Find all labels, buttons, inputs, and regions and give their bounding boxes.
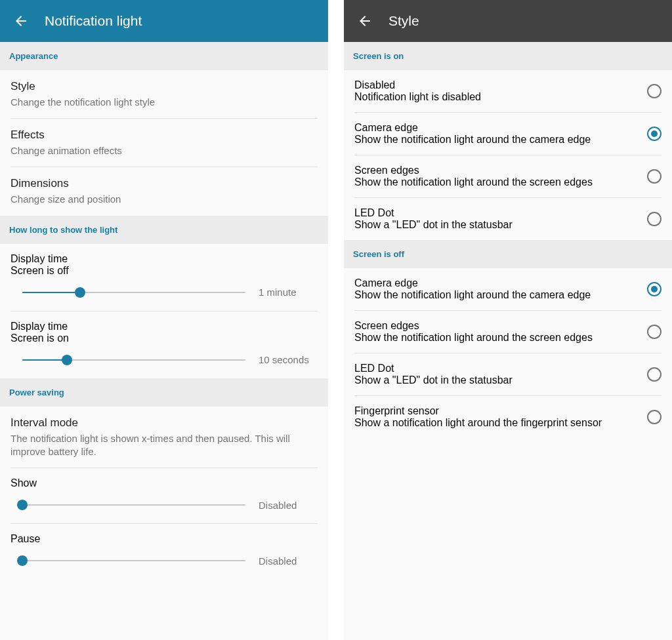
radio-group-screen-on: DisabledNotification light is disabledCa… [344, 70, 672, 240]
radio-indicator[interactable] [647, 169, 662, 184]
item-title: Display time [10, 321, 318, 332]
back-button[interactable] [352, 8, 378, 34]
item-title: Display time [10, 253, 318, 265]
slider-display-on[interactable] [22, 353, 245, 367]
radio-indicator[interactable] [647, 282, 662, 296]
radio-subtitle: Show the notification light around the c… [354, 289, 639, 301]
slider-value-label: Disabled [259, 555, 318, 567]
item-title: Pause [10, 533, 318, 545]
radio-option[interactable]: Screen edgesShow the notification light … [344, 311, 672, 353]
radio-title: Fingerprint sensor [354, 405, 639, 417]
pane-gap [328, 0, 344, 640]
item-subtitle: Screen is on [10, 332, 318, 344]
radio-option[interactable]: Camera edgeShow the notification light a… [344, 113, 672, 155]
list-appearance: Style Change the notification light styl… [0, 70, 328, 216]
item-pause[interactable]: Pause Disabled [0, 524, 328, 579]
radio-title: Disabled [354, 79, 639, 91]
radio-title: Camera edge [354, 122, 639, 134]
item-title: Effects [10, 128, 318, 143]
item-subtitle: Change animation effects [10, 144, 318, 157]
radio-indicator[interactable] [647, 325, 662, 339]
item-style[interactable]: Style Change the notification light styl… [0, 70, 328, 118]
radio-subtitle: Notification light is disabled [354, 91, 639, 103]
radio-subtitle: Show a "LED" dot in the statusbar [354, 219, 639, 231]
item-subtitle: The notification light is shown x-times … [10, 432, 318, 459]
item-dimensions[interactable]: Dimensions Change size and position [0, 167, 328, 215]
pane-style: Style Screen is on DisabledNotification … [344, 0, 672, 640]
item-title: Dimensions [10, 176, 318, 191]
slider-display-off[interactable] [22, 286, 245, 299]
item-effects[interactable]: Effects Change animation effects [0, 119, 328, 167]
slider-show[interactable] [22, 498, 245, 511]
section-header-power: Power saving [0, 378, 328, 407]
radio-option[interactable]: Screen edgesShow the notification light … [344, 155, 672, 197]
item-display-time-on[interactable]: Display time Screen is on 10 seconds [0, 311, 328, 378]
section-header-screen-off: Screen is off [344, 240, 672, 268]
item-title: Style [10, 79, 318, 94]
radio-option[interactable]: LED DotShow a "LED" dot in the statusbar [344, 198, 672, 240]
radio-title: Screen edges [354, 165, 639, 176]
item-interval-mode[interactable]: Interval mode The notification light is … [0, 407, 328, 468]
item-title: Interval mode [10, 416, 318, 431]
section-header-screen-on: Screen is on [344, 42, 672, 70]
item-subtitle: Screen is off [10, 265, 318, 277]
radio-group-screen-off: Camera edgeShow the notification light a… [344, 268, 672, 438]
radio-title: Camera edge [354, 277, 639, 289]
radio-option[interactable]: Fingerprint sensorShow a notification li… [344, 396, 672, 438]
radio-subtitle: Show a notification light around the fin… [354, 417, 639, 429]
slider-pause[interactable] [22, 554, 245, 567]
slider-value-label: 1 minute [259, 287, 318, 298]
section-header-duration: How long to show the light [0, 216, 328, 244]
appbar-title: Notification light [45, 13, 142, 29]
radio-indicator[interactable] [647, 84, 662, 98]
appbar-notification-light: Notification light [0, 0, 328, 42]
back-button[interactable] [8, 8, 34, 34]
list-power: Interval mode The notification light is … [0, 407, 328, 579]
radio-indicator[interactable] [647, 212, 662, 226]
item-display-time-off[interactable]: Display time Screen is off 1 minute [0, 244, 328, 311]
item-subtitle: Change size and position [10, 193, 318, 206]
radio-option[interactable]: DisabledNotification light is disabled [344, 70, 672, 112]
arrow-back-icon [357, 13, 373, 29]
radio-option[interactable]: LED DotShow a "LED" dot in the statusbar [344, 353, 672, 395]
radio-subtitle: Show the notification light around the s… [354, 332, 639, 344]
radio-option[interactable]: Camera edgeShow the notification light a… [344, 268, 672, 310]
slider-value-label: 10 seconds [259, 354, 318, 365]
radio-indicator[interactable] [647, 127, 662, 141]
radio-title: Screen edges [354, 320, 639, 332]
radio-indicator[interactable] [647, 367, 662, 382]
section-header-appearance: Appearance [0, 42, 328, 70]
item-title: Show [10, 477, 318, 489]
radio-subtitle: Show the notification light around the c… [354, 134, 639, 146]
item-show[interactable]: Show Disabled [0, 468, 328, 523]
radio-title: LED Dot [354, 363, 639, 374]
radio-title: LED Dot [354, 207, 639, 219]
slider-value-label: Disabled [259, 500, 318, 511]
pane-notification-light: Notification light Appearance Style Chan… [0, 0, 328, 640]
arrow-back-icon [13, 13, 29, 29]
radio-indicator[interactable] [647, 410, 662, 424]
item-subtitle: Change the notification light style [10, 96, 318, 109]
radio-subtitle: Show a "LED" dot in the statusbar [354, 374, 639, 386]
list-duration: Display time Screen is off 1 minute Disp… [0, 244, 328, 378]
appbar-style: Style [344, 0, 672, 42]
radio-subtitle: Show the notification light around the s… [354, 176, 639, 188]
appbar-title: Style [388, 13, 419, 29]
